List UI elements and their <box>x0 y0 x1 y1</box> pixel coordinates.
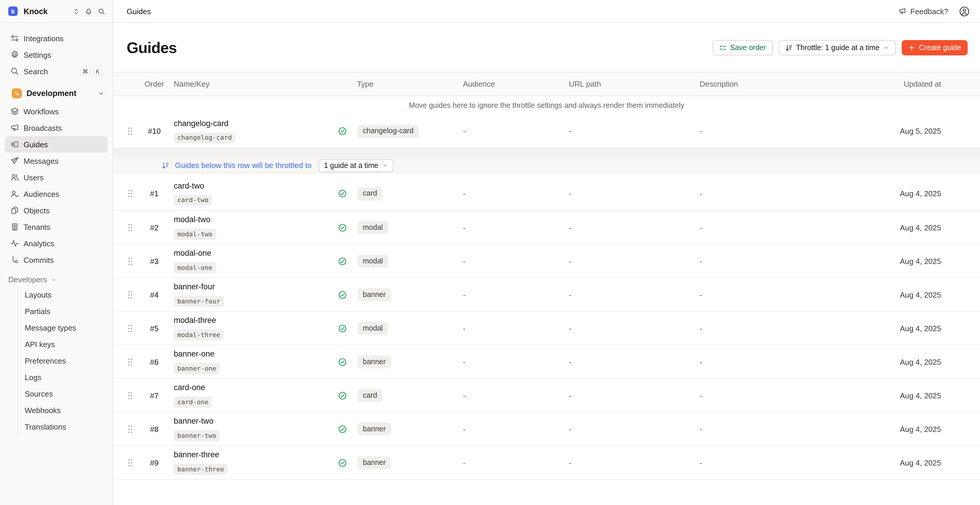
sidebar-item-sources[interactable]: Sources <box>18 386 113 402</box>
feedback-label: Feedback? <box>910 7 948 16</box>
throttle-divider-link[interactable]: Guides below this row will be throttled … <box>161 161 312 170</box>
drag-handle-icon[interactable] <box>127 290 133 299</box>
sidebar-item-objects[interactable]: Objects <box>5 202 108 218</box>
guide-updated-at: Aug 4, 2025 <box>847 458 941 467</box>
status-active-check-icon <box>338 189 347 198</box>
sidebar-item-label: API keys <box>25 340 55 349</box>
sidebar-item-settings[interactable]: Settings <box>5 46 108 63</box>
create-guide-button[interactable]: Create guide <box>902 40 967 56</box>
sidebar-item-analytics[interactable]: Analytics <box>5 235 108 252</box>
sidebar-item-integrations[interactable]: Integrations <box>5 30 108 46</box>
guide-description: - <box>694 189 847 198</box>
sidebar-item-tenants[interactable]: Tenants <box>5 218 108 235</box>
sidebar-item-label: Layouts <box>25 290 51 299</box>
workspace-expand-icon[interactable] <box>73 8 80 14</box>
drag-handle-icon[interactable] <box>127 425 133 433</box>
sidebar-item-label: Workflows <box>24 107 59 116</box>
guide-key-badge: modal-three <box>174 330 224 340</box>
environment-switcher[interactable]: Development <box>0 84 113 102</box>
guide-name: changelog-card <box>174 119 332 128</box>
guide-url-path: - <box>563 391 694 400</box>
status-active-check-icon <box>338 458 347 467</box>
guide-url-path: - <box>563 425 694 433</box>
guide-order: #3 <box>142 256 167 266</box>
sidebar-item-commits[interactable]: Commits <box>5 252 108 268</box>
chevron-down-icon <box>382 162 388 168</box>
sidebar-item-users[interactable]: Users <box>5 169 108 186</box>
account-avatar-icon[interactable] <box>959 6 970 17</box>
column-header-audience: Audience <box>457 80 563 88</box>
notifications-bell-icon[interactable] <box>85 7 92 15</box>
guide-description: - <box>694 290 847 299</box>
drag-handle-icon[interactable] <box>127 127 133 135</box>
drag-handle-icon[interactable] <box>127 357 133 366</box>
sidebar-item-messages[interactable]: Messages <box>5 153 108 169</box>
drag-handle-icon[interactable] <box>127 391 133 400</box>
status-active-check-icon <box>338 324 347 333</box>
guide-updated-at: Aug 4, 2025 <box>847 391 941 400</box>
sidebar-item-webhooks[interactable]: Webhooks <box>18 402 113 418</box>
guide-key-badge: banner-three <box>174 464 228 475</box>
sidebar-item-layouts[interactable]: Layouts <box>18 287 113 303</box>
status-active-check-icon <box>338 425 347 433</box>
commits-icon <box>10 255 19 264</box>
sidebar-item-workflows[interactable]: Workflows <box>5 103 108 119</box>
guide-row: #6 banner-one banner-one banner - - - Au… <box>113 345 980 378</box>
guide-type-badge: banner <box>358 456 391 469</box>
drag-handle-icon[interactable] <box>127 458 133 467</box>
guide-audience: - <box>457 189 563 198</box>
guide-name: modal-one <box>174 249 332 258</box>
guide-row: #2 modal-two modal-two modal - - - Aug 4… <box>113 210 980 244</box>
workspace-logo: k <box>8 6 18 16</box>
sidebar-item-label: Messages <box>24 156 59 165</box>
guide-type-badge: modal <box>358 255 388 268</box>
drag-handle-icon[interactable] <box>127 223 133 232</box>
guide-updated-at: Aug 4, 2025 <box>847 290 941 299</box>
guide-name: card-two <box>174 182 332 191</box>
guide-updated-at: Aug 5, 2025 <box>847 127 941 135</box>
sidebar-item-label: Sources <box>25 389 53 398</box>
developers-section-toggle[interactable]: Developers <box>0 268 113 285</box>
sidebar-item-partials[interactable]: Partials <box>18 303 113 319</box>
sidebar-item-preferences[interactable]: Preferences <box>18 352 113 369</box>
drag-handle-icon[interactable] <box>127 256 133 266</box>
workspace-switcher[interactable]: k Knock <box>0 0 113 23</box>
guide-row: #8 banner-two banner-two banner - - - Au… <box>113 412 980 446</box>
guide-row: #9 banner-three banner-three banner - - … <box>113 446 980 479</box>
unthrottled-section: Move guides here to ignore the throttle … <box>113 96 980 148</box>
shortcut-key: K <box>93 67 102 76</box>
guide-row: #4 banner-four banner-four banner - - - … <box>113 277 980 311</box>
guide-updated-at: Aug 4, 2025 <box>847 189 941 198</box>
throttle-value-select[interactable]: 1 guide at a time <box>319 159 394 172</box>
sidebar-item-search[interactable]: Search ⌘K <box>5 63 108 80</box>
throttled-rows-section: #1 card-two card-two card - - - Aug 4, 2… <box>113 177 980 480</box>
sidebar-item-guides[interactable]: Guides <box>5 136 108 153</box>
chevron-down-icon <box>884 45 889 51</box>
sidebar-item-label: Preferences <box>25 356 66 365</box>
guide-key-badge: modal-two <box>174 229 216 239</box>
sidebar-item-api-keys[interactable]: API keys <box>18 336 113 352</box>
guide-audience: - <box>457 256 563 266</box>
settings-icon <box>10 50 19 59</box>
search-icon[interactable] <box>98 7 105 15</box>
drag-handle-icon[interactable] <box>127 324 133 333</box>
drag-handle-icon[interactable] <box>127 189 133 198</box>
guide-key-badge: card-two <box>174 195 212 206</box>
sidebar-item-broadcasts[interactable]: Broadcasts <box>5 119 108 136</box>
guide-description: - <box>694 256 847 266</box>
guide-row: #7 card-one card-one card - - - Aug 4, 2… <box>113 378 980 412</box>
sidebar-item-logs[interactable]: Logs <box>18 369 113 386</box>
throttle-dropdown-button[interactable]: Throttle: 1 guide at a time <box>778 40 896 56</box>
broadcasts-icon <box>10 123 19 132</box>
feedback-button[interactable]: Feedback? <box>898 7 948 16</box>
guide-name: banner-four <box>174 282 332 292</box>
chevron-down-icon <box>51 277 57 282</box>
sidebar-item-translations[interactable]: Translations <box>18 418 113 435</box>
guide-key-badge: card-one <box>174 397 212 408</box>
guide-audience: - <box>457 290 563 299</box>
guide-row: #3 modal-one modal-one modal - - - Aug 4… <box>113 244 980 277</box>
sidebar-item-message-types[interactable]: Message types <box>18 319 113 336</box>
sidebar-item-audiences[interactable]: Audiences <box>5 186 108 202</box>
save-order-button[interactable]: Save order <box>712 40 772 56</box>
guide-url-path: - <box>563 357 694 366</box>
